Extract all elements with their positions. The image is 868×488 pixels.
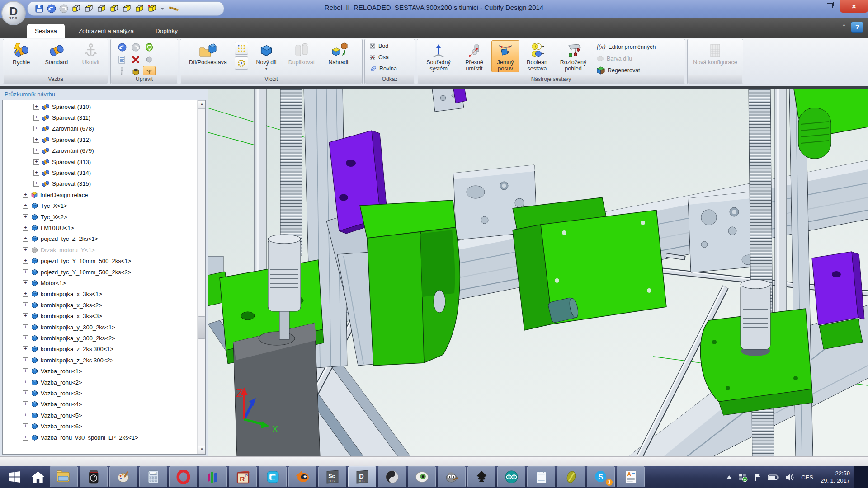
tree-item[interactable]: +kombispojka_y_300_2ks<2>: [3, 333, 115, 343]
help-button[interactable]: ?: [851, 22, 863, 33]
expand-icon[interactable]: +: [23, 357, 28, 363]
tree-item[interactable]: +Tyc_X<1>: [3, 201, 67, 211]
view-front-icon[interactable]: [71, 4, 81, 14]
expand-icon[interactable]: +: [23, 324, 28, 330]
pattern-grid-button[interactable]: [235, 42, 248, 55]
tree-item[interactable]: +InterDesign relace: [3, 189, 88, 200]
home-button[interactable]: [26, 466, 50, 488]
paint-taskbar-button[interactable]: [109, 466, 137, 487]
rozlozeny-pohled-button[interactable]: Rozložený pohled: [555, 40, 592, 72]
expand-icon[interactable]: +: [23, 236, 28, 242]
measure-icon[interactable]: [168, 5, 179, 12]
tree-item[interactable]: +kombispojka_z_2ks 300<2>: [3, 355, 113, 366]
jemny-posuv-button[interactable]: Jemný posuv: [491, 40, 519, 72]
opera-taskbar-button[interactable]: [169, 466, 197, 487]
cubify-design-taskbar-button[interactable]: D3DS: [348, 466, 376, 487]
expand-icon[interactable]: +: [23, 280, 28, 286]
tree-item[interactable]: +Vazba_rohu<2>: [3, 377, 82, 388]
tree-item[interactable]: +Spárovat (314): [3, 167, 91, 178]
tree-item[interactable]: +Vazba_rohu<5>: [3, 410, 82, 421]
action-center-flag-icon[interactable]: [754, 473, 762, 482]
tree-item[interactable]: +kombispojka_y_300_2ks<1>: [3, 322, 115, 333]
expand-icon[interactable]: +: [33, 126, 39, 131]
expand-icon[interactable]: +: [23, 390, 28, 396]
blender-taskbar-button[interactable]: [288, 466, 316, 487]
expand-icon[interactable]: +: [23, 269, 28, 275]
view-side-icon[interactable]: [97, 4, 106, 14]
tree-item[interactable]: +kombispojka_x_3ks<1>: [3, 289, 102, 300]
expand-icon[interactable]: +: [23, 247, 28, 253]
expand-icon[interactable]: +: [23, 335, 28, 341]
wordpad-taskbar-button[interactable]: A: [617, 466, 645, 487]
tree-item[interactable]: +pojezd_tyc_Z_2ks<1>: [3, 234, 98, 244]
dropdown-icon[interactable]: [160, 7, 165, 10]
scrollbar-thumb[interactable]: [198, 316, 205, 339]
tree-item[interactable]: +pojezd_tyc_Y_10mm_500_2ks<2>: [3, 267, 131, 277]
expand-icon[interactable]: +: [23, 401, 28, 407]
tree-item[interactable]: +pojezd_tyc_Y_10mm_500_2ks<1>: [3, 256, 131, 267]
suppress-part-button[interactable]: [143, 54, 155, 65]
language-indicator[interactable]: CES: [801, 474, 813, 481]
undo-small-button[interactable]: [116, 42, 128, 53]
expand-icon[interactable]: +: [33, 181, 39, 187]
expand-icon[interactable]: +: [23, 423, 28, 429]
show-desktop-button[interactable]: [854, 466, 868, 488]
blue-case-taskbar-button[interactable]: [259, 466, 287, 487]
list-button[interactable]: [116, 54, 128, 65]
nova-konfigurace-button[interactable]: Nová konfigurace: [689, 40, 741, 66]
volume-icon[interactable]: [785, 473, 795, 482]
osa-button[interactable]: Osa: [369, 52, 389, 63]
tree-item[interactable]: +Vazba_rohu<1>: [3, 366, 82, 377]
view-top-side-icon[interactable]: [122, 4, 132, 14]
novy-dil-button[interactable]: Nový díl ▾: [251, 40, 282, 72]
model-viewport[interactable]: Z X: [208, 89, 868, 456]
file-explorer-taskbar-button[interactable]: [50, 466, 78, 487]
hidden-icons-button[interactable]: [726, 475, 732, 479]
expand-icon[interactable]: +: [33, 104, 39, 110]
rovina-button[interactable]: Rovina: [369, 63, 397, 75]
start-button[interactable]: [3, 466, 26, 488]
expand-icon[interactable]: +: [23, 368, 28, 374]
rychle-button[interactable]: Rychle: [4, 40, 38, 66]
tree-item[interactable]: +Spárovat (315): [3, 178, 91, 189]
notepad-taskbar-button[interactable]: [527, 466, 555, 487]
tree-item[interactable]: +Spárovat (313): [3, 156, 91, 167]
standard-button[interactable]: Standard: [38, 40, 75, 66]
expand-icon[interactable]: +: [33, 159, 39, 165]
arduino-taskbar-button[interactable]: [497, 466, 525, 487]
editor-promennych-button[interactable]: f(x) Editor proměnných: [597, 41, 656, 53]
tree-item[interactable]: +kombispojka_x_3ks<2>: [3, 300, 102, 310]
minimize-button[interactable]: —: [798, 0, 819, 11]
eye-taskbar-button[interactable]: [408, 466, 436, 487]
save-icon[interactable]: [35, 4, 44, 13]
expand-icon[interactable]: +: [23, 413, 28, 418]
expand-icon[interactable]: +: [33, 137, 39, 143]
expand-icon[interactable]: +: [33, 148, 39, 154]
tree-scrollbar[interactable]: ▲ ▼: [197, 100, 205, 454]
taskbar-clock[interactable]: 22:59 29. 1. 2017: [821, 470, 850, 484]
expand-icon[interactable]: +: [23, 435, 28, 441]
tree-item[interactable]: +Vazba_rohu<6>: [3, 421, 82, 432]
tree-item[interactable]: +Vazba_rohu<3>: [3, 388, 82, 399]
tree-item[interactable]: +LM10UU<1>: [3, 222, 74, 233]
expand-icon[interactable]: +: [23, 203, 28, 209]
olive-taskbar-button[interactable]: [557, 466, 585, 487]
expand-icon[interactable]: +: [23, 192, 28, 198]
view-front-top-icon[interactable]: [109, 4, 119, 14]
restore-button[interactable]: [819, 0, 840, 11]
tree-item[interactable]: +Vazba_rohu<4>: [3, 399, 82, 410]
calculator-taskbar-button[interactable]: 0: [139, 466, 167, 487]
close-button[interactable]: ✕: [840, 0, 868, 13]
expand-icon[interactable]: +: [23, 291, 28, 297]
cubify-sculpt-taskbar-button[interactable]: Sc3DS: [318, 466, 346, 487]
tree-item[interactable]: +Vazba_rohu_v30_spodni_LP_2ks<1>: [3, 432, 138, 443]
expand-icon[interactable]: +: [33, 170, 39, 176]
tree-item[interactable]: +Motor<1>: [3, 277, 66, 288]
expand-icon[interactable]: +: [23, 214, 28, 220]
expand-icon[interactable]: +: [23, 302, 28, 308]
inkscape-taskbar-button[interactable]: [467, 466, 495, 487]
view-iso-icon[interactable]: [147, 4, 157, 14]
tab-doplnky[interactable]: Doplňky: [148, 24, 185, 38]
expand-icon[interactable]: +: [23, 258, 28, 264]
battery-icon[interactable]: [768, 474, 779, 481]
